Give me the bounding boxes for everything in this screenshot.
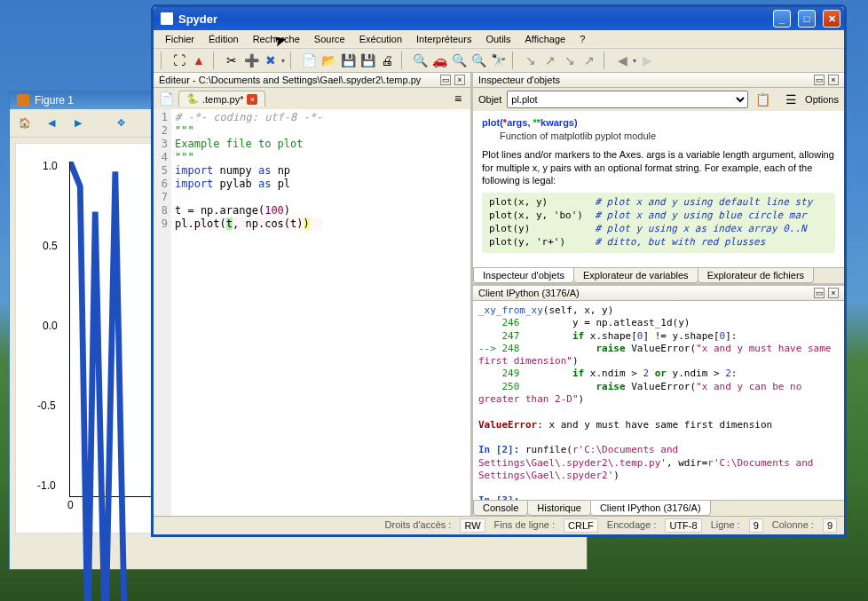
spyder-ide-window: Spyder _ □ ✕ ➤ Fichier Édition Recherche… — [151, 4, 847, 537]
status-col-label: Colonne : — [769, 518, 817, 533]
python-file-icon: 🐍 — [186, 93, 199, 105]
ytick: 0.0 — [43, 320, 58, 332]
code-content: # -*- coding: utf-8 -*- """ Example file… — [171, 109, 326, 516]
status-encoding-value: UTF-8 — [665, 518, 701, 533]
statusbar: Droits d'accès : RW Fins de ligne : CRLF… — [154, 516, 844, 534]
inspector-pane-header: Inspecteur d'objets ▭ × — [473, 73, 844, 88]
console-tabs: Console Historique Client IPython (3176/… — [473, 500, 844, 516]
find-next-icon[interactable]: 🔍 — [450, 51, 468, 69]
pane-undock-icon[interactable]: ▭ — [814, 288, 825, 298]
tab-list-icon[interactable]: ≡ — [449, 90, 467, 107]
lock-icon[interactable]: 📋 — [754, 91, 771, 108]
inspector-toolbar: Objet pl.plot 📋 ☰ Options — [473, 88, 844, 111]
forward-icon[interactable]: ▶ — [68, 114, 88, 133]
options-label[interactable]: Options — [805, 94, 839, 105]
menu-affichage[interactable]: Affichage — [519, 32, 572, 46]
arrow2-icon[interactable]: ↗ — [541, 51, 559, 69]
status-rights-value: RW — [460, 518, 485, 533]
figure-icon — [17, 94, 29, 107]
fit-icon[interactable]: ⛶ — [170, 51, 188, 69]
ytick: 1.0 — [43, 160, 58, 172]
ipython-console[interactable]: _xy_from_xy(self, x, y) 246 y = np.atlea… — [473, 301, 844, 500]
pan-icon[interactable]: ✥ — [111, 114, 130, 133]
maximize-button[interactable]: □ — [798, 10, 816, 28]
editor-pane-title: Éditeur - C:\Documents and Settings\Gael… — [159, 75, 421, 85]
save-all-icon[interactable]: 💾 — [359, 51, 376, 69]
tab-close-icon[interactable]: × — [247, 94, 257, 105]
home-icon[interactable]: 🏠 — [15, 114, 35, 133]
pane-close-icon[interactable]: × — [828, 288, 839, 298]
back-icon[interactable]: ◀ — [42, 114, 61, 133]
console-pane-title: Client IPython (3176/A) — [478, 288, 580, 298]
back-nav-icon[interactable]: ◀ — [613, 51, 631, 69]
menu-edition[interactable]: Édition — [202, 32, 245, 46]
ytick: -1.0 — [37, 479, 56, 492]
editor-tab-temp[interactable]: 🐍 .temp.py* × — [178, 91, 265, 107]
inspector-tabs: Inspecteur d'objets Explorateur de varia… — [473, 267, 844, 283]
xtick: 0 — [67, 499, 74, 511]
run-icon[interactable]: ▲ — [190, 51, 208, 69]
print-icon[interactable]: 🖨 — [378, 51, 396, 69]
binoculars-icon[interactable]: 🔭 — [489, 51, 507, 69]
new-file-icon[interactable]: 📄 — [300, 51, 318, 69]
add-icon[interactable]: ➕ — [242, 51, 260, 69]
ytick: -0.5 — [37, 399, 56, 412]
menubar: Fichier Édition Recherche Source Exécuti… — [154, 30, 844, 49]
pane-undock-icon[interactable]: ▭ — [440, 75, 451, 85]
arrow3-icon[interactable]: ↘ — [561, 51, 579, 69]
pane-undock-icon[interactable]: ▭ — [814, 75, 825, 85]
arrow4-icon[interactable]: ↗ — [580, 51, 598, 69]
find-prev-icon[interactable]: 🔍 — [470, 51, 487, 69]
car-icon[interactable]: 🚗 — [430, 51, 448, 69]
status-col-value: 9 — [823, 518, 837, 533]
status-line-value: 9 — [749, 518, 763, 533]
menu-help[interactable]: ? — [573, 32, 591, 46]
figure-title-text: Figure 1 — [35, 94, 74, 107]
tab-files[interactable]: Explorateur de fichiers — [698, 268, 814, 283]
spyder-app-icon — [161, 12, 173, 25]
settings-icon[interactable]: ✖ — [262, 51, 280, 69]
tab-inspector[interactable]: Inspecteur d'objets — [473, 268, 574, 283]
close-button[interactable]: ✕ — [823, 10, 840, 28]
object-select[interactable]: pl.plot — [507, 91, 748, 108]
tab-ipython-client[interactable]: Client IPython (3176/A) — [590, 501, 711, 516]
object-label: Objet — [478, 94, 501, 105]
menu-source[interactable]: Source — [308, 32, 351, 46]
editor-tabstrip: 📄 🐍 .temp.py* × ≡ — [154, 88, 470, 109]
save-icon[interactable]: 💾 — [339, 51, 357, 69]
window-title: Spyder — [178, 12, 217, 26]
tab-history[interactable]: Historique — [527, 501, 591, 516]
code-editor[interactable]: 1 2 3 4 5 6 7 8 9 # -*- coding: utf-8 -*… — [154, 109, 470, 516]
status-encoding-label: Encodage : — [604, 518, 660, 533]
pane-close-icon[interactable]: × — [454, 75, 465, 85]
pane-close-icon[interactable]: × — [828, 75, 839, 85]
minimize-button[interactable]: _ — [773, 10, 791, 28]
inspector-pane-title: Inspecteur d'objets — [478, 75, 560, 85]
line-gutter: 1 2 3 4 5 6 7 8 9 — [154, 109, 171, 516]
status-eol-value: CRLF — [564, 518, 598, 533]
editor-pane-header: Éditeur - C:\Documents and Settings\Gael… — [154, 73, 470, 88]
tab-console[interactable]: Console — [473, 501, 528, 516]
menu-execution[interactable]: Exécution — [353, 32, 408, 46]
main-toolbar: ⛶ ▲ ✂ ➕ ✖ ▾ 📄 📂 💾 💾 🖨 🔍 🚗 🔍 🔍 🔭 ↘ ↗ ↘ ↗ … — [154, 49, 844, 73]
tab-variables[interactable]: Explorateur de variables — [573, 268, 698, 283]
status-rights-label: Droits d'accès : — [382, 518, 455, 533]
status-eol-label: Fins de ligne : — [491, 518, 558, 533]
ytick: 0.5 — [43, 240, 58, 252]
titlebar[interactable]: Spyder _ □ ✕ — [154, 7, 844, 30]
browse-tabs-icon[interactable]: 📄 — [157, 90, 175, 107]
editor-tab-label: .temp.py* — [202, 94, 243, 105]
menu-outils[interactable]: Outils — [479, 32, 517, 46]
console-pane-header: Client IPython (3176/A) ▭ × — [473, 286, 844, 301]
menu-fichier[interactable]: Fichier — [159, 32, 201, 46]
doc-viewer[interactable]: plot(*args, **kwargs) Function of matplo… — [473, 111, 844, 267]
menu-interpreteurs[interactable]: Interpréteurs — [410, 32, 477, 46]
cut-icon[interactable]: ✂ — [223, 51, 241, 69]
arrow1-icon[interactable]: ↘ — [522, 51, 540, 69]
status-line-label: Ligne : — [707, 518, 744, 533]
fwd-nav-icon[interactable]: ▶ — [638, 51, 656, 69]
options-icon[interactable]: ☰ — [782, 91, 800, 108]
open-file-icon[interactable]: 📂 — [320, 51, 337, 69]
find-icon[interactable]: 🔍 — [411, 51, 429, 69]
